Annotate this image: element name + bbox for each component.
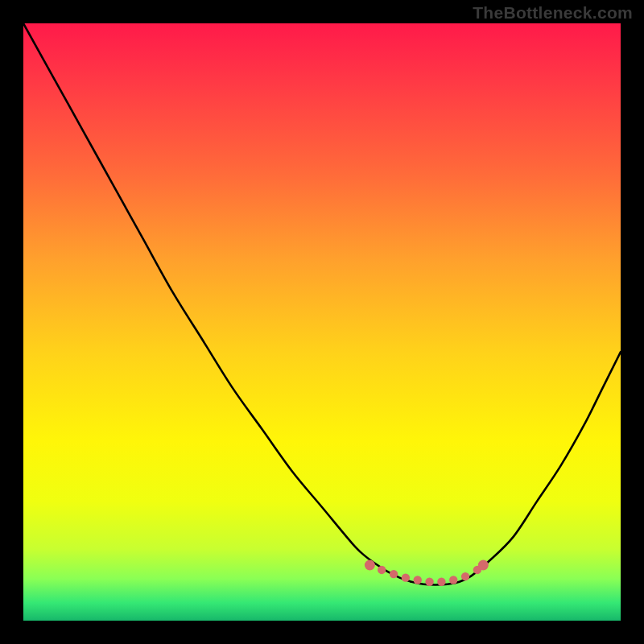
marker-dot: [425, 578, 433, 586]
marker-dot: [478, 559, 489, 570]
marker-dot: [437, 578, 445, 586]
plot-area: [23, 23, 621, 621]
curve-layer: [23, 23, 621, 621]
chart-container: TheBottleneck.com: [0, 0, 644, 644]
bottleneck-curve: [23, 23, 621, 584]
bottleneck-range-markers: [365, 559, 489, 585]
marker-dot: [378, 566, 386, 574]
marker-dot: [449, 576, 457, 584]
watermark-text: TheBottleneck.com: [473, 3, 633, 23]
marker-dot: [365, 559, 375, 570]
marker-dot: [414, 576, 422, 584]
marker-dot: [390, 570, 398, 578]
marker-dot: [402, 573, 410, 581]
marker-dot: [461, 572, 469, 580]
